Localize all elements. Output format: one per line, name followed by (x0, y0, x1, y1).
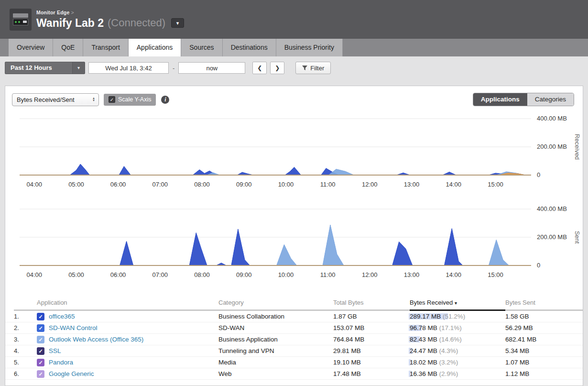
tab-applications[interactable]: Applications (129, 39, 182, 56)
svg-text:200.00 MB: 200.00 MB (537, 143, 567, 150)
tab-destinations[interactable]: Destinations (223, 39, 276, 56)
tab-transport[interactable]: Transport (83, 39, 128, 56)
row-checkbox[interactable]: ✓ (37, 324, 44, 332)
table-row[interactable]: 3. ✓Outlook Web Access (Office 365) Busi… (5, 334, 583, 345)
filter-button[interactable]: Filter (295, 62, 331, 74)
table-row[interactable]: 4. ✓SSL Tunneling and VPN 29.81 MB 24.47… (5, 345, 583, 357)
prev-time-button[interactable]: ❮ (252, 62, 267, 74)
svg-text:09:00: 09:00 (236, 271, 252, 278)
bytes-received-cell: 82.43 MB (14.6%) (410, 336, 505, 343)
applications-table: Application Category Total Bytes Bytes R… (5, 296, 583, 380)
total-bytes-cell: 764.84 MB (333, 336, 410, 343)
time-toolbar: Past 12 Hours ▾ - ❮ ❯ Filter (0, 56, 588, 79)
svg-text:400.00 MB: 400.00 MB (537, 115, 567, 122)
received-percent: (2.9%) (439, 370, 458, 377)
header-bytes-sent[interactable]: Bytes Sent (505, 299, 583, 311)
total-bytes-cell: 153.07 MB (333, 324, 410, 331)
tab-qoe[interactable]: QoE (53, 39, 83, 56)
total-bytes-cell: 29.81 MB (333, 347, 410, 354)
svg-text:05:00: 05:00 (68, 181, 84, 188)
toggle-categories[interactable]: Categories (527, 93, 574, 106)
sent-chart[interactable]: 04:0005:0006:0007:0008:0009:0010:0011:00… (5, 203, 582, 287)
row-checkbox[interactable]: ✓ (37, 336, 44, 343)
chevron-down-icon: ▾ (176, 20, 179, 26)
checkbox-checked-icon[interactable]: ✓ (109, 96, 115, 103)
category-cell: Media (218, 359, 333, 366)
connection-status: (Connected) (108, 17, 165, 29)
svg-text:08:00: 08:00 (194, 271, 210, 278)
bytes-sent-cell: 56.29 MB (505, 324, 583, 331)
tab-business-priority[interactable]: Business Priority (276, 39, 343, 56)
svg-text:06:00: 06:00 (110, 181, 126, 188)
received-percent: (3.2%) (439, 359, 458, 366)
svg-text:13:00: 13:00 (404, 181, 420, 188)
header-application[interactable]: Application (37, 299, 218, 311)
svg-text:11:00: 11:00 (320, 181, 336, 188)
table-header: Application Category Total Bytes Bytes R… (5, 296, 583, 311)
scale-y-axis-label: Scale Y-Axis (118, 96, 151, 103)
metric-select[interactable]: Bytes Received/Sent ▲▼ (12, 93, 99, 106)
application-link[interactable]: Google Generic (49, 370, 94, 377)
application-link[interactable]: Outlook Web Access (Office 365) (49, 336, 143, 343)
row-checkbox[interactable]: ✓ (37, 347, 44, 355)
next-time-button[interactable]: ❯ (270, 62, 284, 74)
tab-sources[interactable]: Sources (181, 39, 222, 56)
application-link[interactable]: Pandora (49, 359, 73, 366)
received-chart[interactable]: 04:0005:0006:0007:0008:0009:0010:0011:00… (5, 113, 582, 197)
table-row[interactable]: 2. ✓SD-WAN Control SD-WAN 153.07 MB 96.7… (5, 322, 583, 334)
svg-text:06:00: 06:00 (110, 271, 126, 278)
svg-text:08:00: 08:00 (194, 181, 210, 188)
page-title: Wanify Lab 2 (36, 17, 104, 30)
row-checkbox[interactable]: ✓ (37, 370, 44, 378)
table-row[interactable]: 6. ✓Google Generic Web 17.48 MB 16.36 MB… (5, 368, 583, 380)
info-icon[interactable]: i (161, 96, 169, 104)
header-total-bytes[interactable]: Total Bytes (333, 299, 410, 311)
svg-text:10:00: 10:00 (278, 181, 294, 188)
scale-y-axis-toggle[interactable]: ✓ Scale Y-Axis (104, 94, 156, 106)
total-bytes-cell: 1.87 GB (333, 313, 410, 320)
row-checkbox[interactable]: ✓ (37, 359, 44, 366)
application-link[interactable]: office365 (49, 313, 75, 320)
end-time-input[interactable] (178, 62, 245, 74)
edge-dropdown-button[interactable]: ▾ (171, 18, 184, 28)
bytes-sent-cell: 5.34 MB (505, 347, 583, 354)
received-percent: (51.2%) (443, 313, 465, 320)
received-percent: (14.6%) (439, 336, 462, 343)
tab-overview[interactable]: Overview (9, 39, 53, 56)
svg-text:0: 0 (537, 262, 540, 269)
table-row[interactable]: 1. ✓office365 Business Collaboration 1.8… (5, 311, 583, 322)
header-num (14, 306, 37, 311)
range-separator: - (173, 65, 174, 72)
bytes-received-cell: 96.78 MB (17.1%) (410, 324, 505, 331)
received-percent: (4.3%) (439, 347, 458, 354)
bytes-sent-cell: 1.58 GB (505, 313, 583, 320)
select-arrows-icon: ▲▼ (89, 97, 98, 102)
svg-text:14:00: 14:00 (446, 181, 461, 188)
breadcrumb-monitor-edge[interactable]: Monitor Edge (36, 10, 69, 15)
time-range-dropdown[interactable]: Past 12 Hours ▾ (5, 62, 85, 74)
bytes-sent-cell: 1.12 MB (505, 370, 583, 377)
row-checkbox[interactable]: ✓ (37, 313, 44, 320)
application-link[interactable]: SD-WAN Control (49, 324, 98, 331)
table-row[interactable]: 5. ✓Pandora Media 19.10 MB 18.02 MB (3.2… (5, 357, 583, 368)
application-link[interactable]: SSL (49, 347, 61, 354)
svg-text:13:00: 13:00 (404, 271, 420, 278)
row-number: 5. (14, 359, 37, 366)
toggle-applications[interactable]: Applications (473, 93, 527, 106)
chevron-left-icon: ❮ (257, 65, 262, 71)
row-number: 3. (14, 336, 37, 343)
total-bytes-cell: 19.10 MB (333, 359, 410, 366)
received-percent: (17.1%) (439, 324, 462, 331)
breadcrumb[interactable]: Monitor Edge > (36, 10, 184, 15)
bytes-received-cell: 18.02 MB (3.2%) (410, 359, 505, 366)
svg-text:07:00: 07:00 (152, 271, 168, 278)
svg-text:09:00: 09:00 (236, 181, 252, 188)
bytes-sent-cell: 682.41 MB (505, 336, 583, 343)
header-category[interactable]: Category (218, 299, 333, 311)
applications-panel: Bytes Received/Sent ▲▼ ✓ Scale Y-Axis i … (5, 86, 583, 386)
chevron-right-icon: ❯ (275, 65, 280, 71)
svg-text:0: 0 (537, 171, 540, 178)
start-time-input[interactable] (88, 62, 169, 74)
bytes-sent-cell: 1.07 MB (505, 359, 583, 366)
header-bytes-received[interactable]: Bytes Received ▾ (410, 299, 505, 311)
